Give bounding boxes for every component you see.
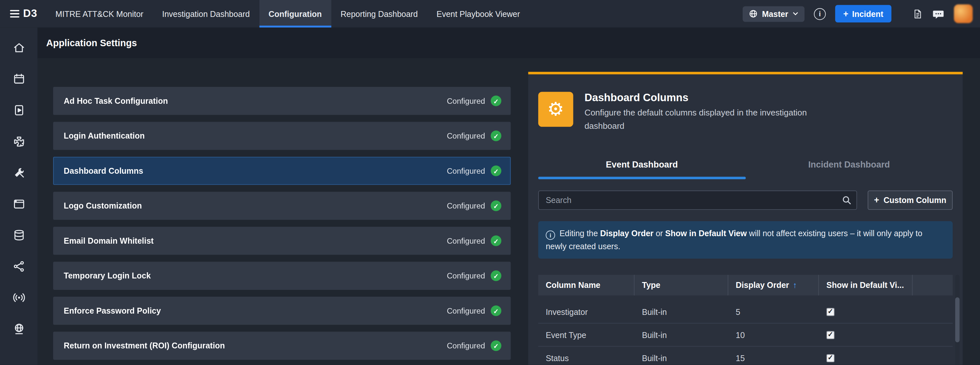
calendar-icon[interactable] [12, 73, 25, 86]
show-in-default-view-checkbox[interactable] [826, 308, 834, 316]
configured-check-icon [491, 305, 501, 316]
environment-dropdown[interactable]: Master [743, 6, 805, 21]
nav-event-playbook-viewer[interactable]: Event Playbook Viewer [427, 0, 530, 27]
show-in-default-view-checkbox[interactable] [826, 331, 834, 339]
info-icon: i [546, 231, 555, 240]
configured-check-icon [491, 270, 501, 281]
chat-icon[interactable] [932, 8, 945, 19]
top-navigation-bar: D3 MITRE ATT&CK Monitor Investigation Da… [0, 0, 980, 27]
status-label: Configured [447, 341, 485, 350]
search-icon[interactable] [842, 195, 851, 205]
configured-check-icon [491, 166, 501, 176]
application-window: D3 MITRE ATT&CK Monitor Investigation Da… [0, 0, 980, 365]
status-label: Configured [447, 132, 485, 140]
page-header: Application Settings [37, 27, 980, 58]
status-label: Configured [447, 97, 485, 105]
plus-icon: + [874, 195, 880, 205]
new-incident-button[interactable]: + Incident [835, 5, 891, 22]
setting-logo-customization[interactable]: Logo Customization Configured [53, 192, 511, 220]
status-label: Configured [447, 167, 485, 175]
left-icon-sidebar [0, 27, 37, 365]
content-area: Ad Hoc Task Configuration Configured Log… [37, 58, 980, 365]
setting-email-domain-whitelist[interactable]: Email Domain Whitelist Configured [53, 227, 511, 255]
playbook-icon[interactable] [12, 104, 25, 117]
configured-check-icon [491, 200, 501, 211]
search-row: + Custom Column [538, 190, 953, 210]
main-nav: MITRE ATT&CK Monitor Investigation Dashb… [46, 0, 530, 27]
document-icon[interactable] [912, 8, 923, 19]
sort-ascending-icon: ↑ [793, 281, 797, 290]
header-column-name[interactable]: Column Name [538, 275, 635, 295]
nav-reporting-dashboard[interactable]: Reporting Dashboard [331, 0, 427, 27]
configured-check-icon [491, 130, 501, 141]
environment-label: Master [762, 9, 788, 19]
tab-incident-dashboard[interactable]: Incident Dashboard [746, 152, 953, 179]
table-scrollbar[interactable] [955, 275, 959, 365]
setting-ad-hoc-task-configuration[interactable]: Ad Hoc Task Configuration Configured [53, 87, 511, 115]
plus-icon: + [843, 9, 848, 19]
tab-event-dashboard[interactable]: Event Dashboard [538, 152, 745, 179]
setting-roi-configuration[interactable]: Return on Investment (ROI) Configuration… [53, 332, 511, 360]
nav-configuration[interactable]: Configuration [259, 0, 331, 27]
header-display-order[interactable]: Display Order↑ [728, 275, 819, 295]
status-label: Configured [447, 202, 485, 210]
setting-temporary-login-lock[interactable]: Temporary Login Lock Configured [53, 262, 511, 289]
panel-subtitle: Configure the default columns displayed … [584, 107, 817, 133]
info-icon[interactable]: i [814, 8, 826, 19]
settings-list: Ad Hoc Task Configuration Configured Log… [53, 87, 511, 365]
d3-logo-bars-icon [10, 8, 19, 19]
configured-check-icon [491, 96, 501, 106]
dashboard-columns-panel: ⚙ Dashboard Columns Configure the defaul… [528, 72, 963, 365]
globe-language-icon[interactable] [12, 322, 25, 335]
user-avatar[interactable] [954, 4, 973, 23]
configured-check-icon [491, 235, 501, 246]
topbar-right-cluster: Master i + Incident [743, 4, 980, 23]
header-type[interactable]: Type [635, 275, 728, 295]
header-filler [913, 275, 953, 295]
utilities-tools-icon[interactable] [12, 166, 25, 179]
globe-icon [749, 10, 757, 18]
integrations-puzzle-icon[interactable] [12, 135, 25, 148]
database-icon[interactable] [12, 229, 25, 242]
status-label: Configured [447, 271, 485, 280]
status-label: Configured [447, 236, 485, 245]
d3-logo-text: D3 [23, 8, 37, 20]
chevron-down-icon [793, 12, 798, 16]
status-label: Configured [447, 306, 485, 315]
setting-enforce-password-policy[interactable]: Enforce Password Policy Configured [53, 297, 511, 325]
custom-column-button[interactable]: + Custom Column [868, 190, 953, 210]
table-spacer [538, 295, 953, 300]
dashboard-tabs: Event Dashboard Incident Dashboard [538, 152, 953, 179]
table-header-row: Column Name Type Display Order↑ Show in … [538, 275, 953, 295]
page-title: Application Settings [46, 37, 137, 48]
connections-share-icon[interactable] [12, 260, 25, 273]
signal-broadcast-icon[interactable] [12, 291, 25, 304]
header-show-in-default-view[interactable]: Show in Default Vi... [819, 275, 913, 295]
columns-table: Column Name Type Display Order↑ Show in … [538, 275, 953, 365]
nav-investigation-dashboard[interactable]: Investigation Dashboard [153, 0, 259, 27]
gear-icon: ⚙ [538, 92, 573, 127]
show-in-default-view-checkbox[interactable] [826, 354, 834, 362]
setting-login-authentication[interactable]: Login Authentication Configured [53, 122, 511, 150]
setting-dashboard-columns[interactable]: Dashboard Columns Configured [53, 157, 511, 185]
info-banner: iEditing the Display Order or Show in De… [538, 221, 953, 259]
search-input[interactable] [538, 190, 857, 210]
panel-title: Dashboard Columns [584, 92, 817, 104]
scrollbar-thumb[interactable] [955, 297, 959, 342]
d3-logo[interactable]: D3 [10, 8, 37, 20]
nav-mitre-attack-monitor[interactable]: MITRE ATT&CK Monitor [46, 0, 153, 27]
table-row[interactable]: Status Built-in 15 [538, 347, 953, 365]
window-icon[interactable] [12, 197, 25, 211]
home-icon[interactable] [12, 41, 25, 54]
panel-header: ⚙ Dashboard Columns Configure the defaul… [538, 92, 953, 133]
configured-check-icon [491, 340, 501, 351]
table-row[interactable]: Event Type Built-in 10 [538, 324, 953, 347]
table-row[interactable]: Investigator Built-in 5 [538, 301, 953, 324]
